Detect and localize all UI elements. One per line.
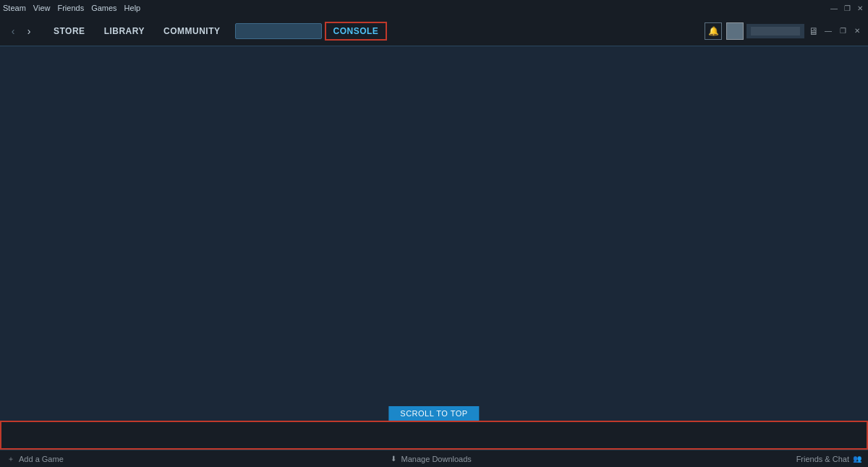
nav-library[interactable]: LIBRARY — [95, 22, 153, 41]
title-bar: Steam View Friends Games Help — ❐ ✕ — [0, 0, 868, 16]
search-input[interactable] — [235, 23, 322, 39]
menu-friends[interactable]: Friends — [57, 4, 84, 12]
status-bar-center[interactable]: ⬇ Manage Downloads — [388, 454, 472, 464]
console-input[interactable] — [1, 422, 867, 448]
menu-steam[interactable]: Steam — [3, 4, 26, 12]
nav-search — [235, 23, 322, 39]
console-input-area: SCROLL TO TOP — [0, 421, 868, 450]
console-input-wrapper — [0, 421, 868, 450]
nav-store[interactable]: STORE — [45, 22, 94, 41]
nav-bar: ‹ › STORE LIBRARY COMMUNITY CONSOLE 🔔 🖥 … — [0, 16, 868, 46]
avatar — [726, 22, 744, 40]
status-bar-left[interactable]: ＋ Add a Game — [6, 454, 64, 464]
titlebar-close[interactable]: ✕ — [852, 26, 862, 36]
user-area[interactable] — [726, 22, 804, 40]
status-bar-right[interactable]: Friends & Chat 👥 — [796, 454, 862, 464]
scroll-to-top-button[interactable]: SCROLL TO TOP — [388, 406, 479, 421]
add-game-icon: ＋ — [6, 454, 16, 464]
menu-view[interactable]: View — [33, 4, 51, 12]
nav-console[interactable]: CONSOLE — [325, 22, 388, 41]
friends-chat-icon: 👥 — [852, 454, 862, 464]
add-game-label: Add a Game — [19, 455, 64, 463]
friends-chat-label: Friends & Chat — [796, 455, 849, 463]
titlebar-minimize[interactable]: — — [823, 26, 833, 36]
user-name — [746, 24, 804, 38]
manage-downloads-label: Manage Downloads — [401, 455, 472, 463]
forward-arrow[interactable]: › — [22, 24, 36, 38]
notification-icon: 🔔 — [708, 26, 719, 36]
title-bar-menu: Steam View Friends Games Help — [3, 4, 140, 12]
title-bar-right: — ❐ ✕ — [829, 3, 865, 13]
nav-right: 🔔 🖥 — ❐ ✕ — [705, 22, 862, 40]
close-button[interactable]: ✕ — [855, 3, 865, 13]
monitor-icon[interactable]: 🖥 — [809, 25, 819, 37]
menu-games[interactable]: Games — [91, 4, 116, 12]
titlebar-restore[interactable]: ❐ — [838, 26, 848, 36]
minimize-button[interactable]: — — [829, 3, 839, 13]
restore-button[interactable]: ❐ — [842, 3, 852, 13]
main-content: SCROLL TO TOP — [0, 46, 868, 450]
downloads-icon: ⬇ — [388, 454, 399, 464]
nav-community[interactable]: COMMUNITY — [155, 22, 229, 41]
nav-arrows: ‹ › — [6, 24, 36, 38]
nav-links: STORE LIBRARY COMMUNITY — [45, 22, 229, 41]
username-masked — [751, 27, 800, 35]
title-bar-left: Steam View Friends Games Help — [3, 4, 140, 12]
back-arrow[interactable]: ‹ — [6, 24, 20, 38]
status-bar: ＋ Add a Game ⬇ Manage Downloads Friends … — [0, 450, 868, 467]
menu-help[interactable]: Help — [124, 4, 141, 12]
notification-button[interactable]: 🔔 — [705, 22, 722, 40]
